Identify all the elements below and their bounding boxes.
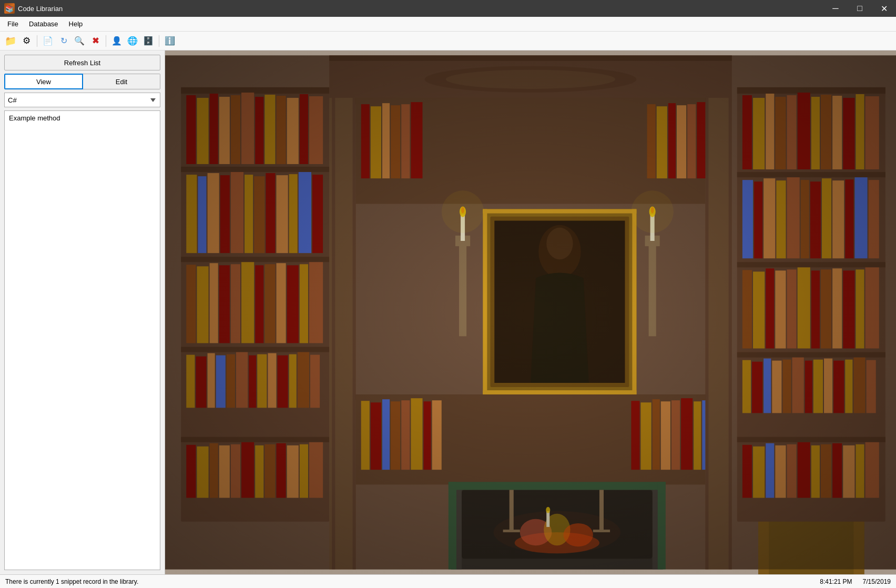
open-folder-button[interactable]: 📁	[3, 34, 18, 48]
language-select[interactable]: C# VB.NET JavaScript Python SQL HTML	[4, 93, 160, 107]
stack-icon: 🗄️	[143, 36, 154, 46]
toolbar: 📁 ⚙ 📄 ↻ 🔍 ✖ 👤 🌐 🗄️ ℹ️	[0, 32, 896, 50]
settings-button[interactable]: ⚙	[19, 34, 34, 48]
search-button[interactable]: 🔍	[72, 34, 87, 48]
delete-icon: ✖	[92, 36, 99, 46]
info-icon: ℹ️	[165, 36, 175, 46]
new-button[interactable]: 📄	[40, 34, 55, 48]
page-icon: 📄	[43, 36, 53, 46]
library-background	[165, 50, 896, 574]
menu-help[interactable]: Help	[64, 18, 88, 30]
separator-1	[37, 35, 37, 47]
app-title: Code Librarian	[18, 5, 63, 13]
info-button[interactable]: ℹ️	[162, 34, 177, 48]
title-bar-controls: ─ □ ✕	[823, 0, 896, 17]
search-icon: 🔍	[74, 36, 85, 46]
library-scene	[165, 50, 896, 574]
refresh-list-button[interactable]: Refresh List	[4, 55, 160, 70]
maximize-button[interactable]: □	[848, 0, 872, 17]
delete-button[interactable]: ✖	[88, 34, 103, 48]
refresh-icon: ↻	[60, 36, 67, 46]
title-bar-left: 📚 Code Librarian	[4, 3, 63, 14]
language-select-wrapper: C# VB.NET JavaScript Python SQL HTML	[4, 93, 160, 107]
title-bar: 📚 Code Librarian ─ □ ✕	[0, 0, 896, 17]
separator-3	[159, 35, 159, 47]
status-time: 8:41:21 PM	[820, 578, 852, 585]
left-panel: Refresh List View Edit C# VB.NET JavaScr…	[0, 50, 165, 574]
app-icon: 📚	[4, 3, 15, 14]
list-item[interactable]: Example method	[7, 113, 158, 123]
menu-bar: File Database Help	[0, 17, 896, 32]
view-edit-row: View Edit	[4, 74, 160, 89]
status-date: 7/15/2019	[863, 578, 891, 585]
svg-rect-226	[165, 55, 896, 569]
globe-button[interactable]: 🌐	[125, 34, 140, 48]
view-button[interactable]: View	[4, 74, 83, 89]
main-content: Refresh List View Edit C# VB.NET JavaScr…	[0, 50, 896, 574]
status-message: There is currently 1 snippet record in t…	[5, 578, 138, 585]
edit-button[interactable]: Edit	[83, 74, 160, 89]
close-button[interactable]: ✕	[872, 0, 896, 17]
user-button[interactable]: 👤	[109, 34, 124, 48]
menu-database[interactable]: Database	[24, 18, 64, 30]
minimize-button[interactable]: ─	[823, 0, 848, 17]
user-icon: 👤	[111, 36, 122, 46]
gear-icon: ⚙	[23, 35, 30, 46]
globe-icon: 🌐	[127, 36, 138, 46]
status-bar: There is currently 1 snippet record in t…	[0, 574, 896, 588]
refresh-toolbar-button[interactable]: ↻	[56, 34, 71, 48]
stack-button[interactable]: 🗄️	[141, 34, 156, 48]
separator-2	[106, 35, 106, 47]
status-right: 8:41:21 PM 7/15/2019	[820, 578, 891, 585]
folder-icon: 📁	[5, 35, 16, 47]
snippet-list[interactable]: Example method	[4, 110, 160, 570]
right-panel	[165, 50, 896, 574]
menu-file[interactable]: File	[2, 18, 24, 30]
